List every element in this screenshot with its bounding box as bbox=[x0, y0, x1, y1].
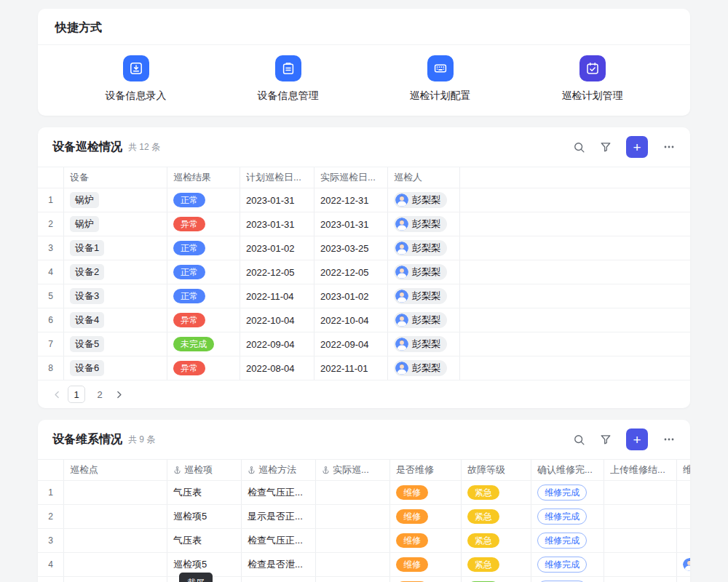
planned-date-cell[interactable]: 2022-11-04 bbox=[240, 284, 314, 308]
actual-date-cell[interactable]: 2022-10-04 bbox=[314, 308, 388, 332]
confirm-cell[interactable]: 维修完成 bbox=[531, 505, 604, 528]
level-cell[interactable]: 紧急 bbox=[462, 529, 531, 552]
inspection-row[interactable]: 2锅炉异常2023-01-312023-01-31彭梨梨 bbox=[38, 212, 690, 236]
inspection-row[interactable]: 5设备3正常2022-11-042023-01-02彭梨梨 bbox=[38, 284, 690, 308]
point-cell[interactable] bbox=[64, 553, 167, 576]
maintenance-row[interactable]: 2巡检项5显示是否正...维修紧急维修完成 bbox=[38, 505, 690, 529]
inspection-row[interactable]: 1锅炉正常2023-01-312022-12-31彭梨梨 bbox=[38, 188, 690, 212]
repair-cell[interactable]: 维修 bbox=[390, 553, 462, 576]
shortcut-item-3[interactable]: 巡检计划配置 bbox=[364, 55, 516, 103]
actual-inspection-cell[interactable] bbox=[316, 481, 390, 504]
method-cell[interactable]: 检查气压正... bbox=[242, 529, 316, 552]
device-cell[interactable]: 设备6 bbox=[64, 356, 167, 380]
maintenance-row[interactable]: 3气压表检查气压正...维修紧急维修完成 bbox=[38, 529, 690, 553]
upload-cell[interactable] bbox=[604, 505, 677, 528]
confirm-repair-button[interactable]: 维修完成 bbox=[537, 557, 587, 573]
shortcut-item-2[interactable]: 设备信息管理 bbox=[212, 55, 364, 103]
planned-date-cell[interactable]: 2023-01-31 bbox=[240, 188, 314, 212]
device-cell[interactable]: 设备4 bbox=[64, 308, 167, 332]
add-record-button[interactable]: + bbox=[626, 136, 648, 158]
maintenance-row[interactable]: 1气压表检查气压正...维修紧急维修完成 bbox=[38, 481, 690, 505]
result-cell[interactable]: 异常 bbox=[167, 356, 240, 380]
device-cell[interactable]: 锅炉 bbox=[64, 188, 167, 212]
more-icon[interactable] bbox=[662, 140, 676, 154]
worker-cell[interactable] bbox=[677, 505, 690, 528]
item-cell[interactable]: 气压表 bbox=[167, 529, 242, 552]
inspection-row[interactable]: 8设备6异常2022-08-042022-11-01彭梨梨 bbox=[38, 356, 690, 380]
planned-date-cell[interactable]: 2022-09-04 bbox=[240, 332, 314, 356]
repair-cell[interactable]: 维修 bbox=[390, 505, 462, 528]
page-button-1[interactable]: 1 bbox=[68, 386, 85, 403]
device-cell[interactable]: 设备1 bbox=[64, 236, 167, 260]
confirm-repair-button[interactable]: 维修完成 bbox=[537, 533, 587, 549]
more-icon[interactable] bbox=[662, 433, 676, 446]
inspection-row[interactable]: 3设备1正常2023-01-022023-03-25彭梨梨 bbox=[38, 236, 690, 260]
confirm-cell[interactable]: 维修完成 bbox=[531, 481, 604, 504]
point-cell[interactable] bbox=[64, 529, 167, 552]
inspection-row[interactable]: 4设备2正常2022-12-052022-12-05彭梨梨 bbox=[38, 260, 690, 284]
actual-inspection-cell[interactable] bbox=[316, 505, 390, 528]
confirm-repair-button[interactable]: 维修完成 bbox=[537, 509, 587, 525]
maintenance-row[interactable]: 4巡检项5检查是否泄...维修紧急维修完成 bbox=[38, 553, 690, 577]
maintenance-row[interactable]: 5巡检项5显示是否正...维修一般维修完成 bbox=[38, 577, 690, 582]
inspection-row[interactable]: 7设备5未完成2022-09-042022-09-04彭梨梨 bbox=[38, 332, 690, 356]
result-cell[interactable]: 异常 bbox=[167, 212, 240, 236]
screenshot-overlay[interactable]: 截屏 bbox=[179, 573, 213, 582]
inspector-cell[interactable]: 彭梨梨 bbox=[388, 284, 460, 308]
search-icon[interactable] bbox=[573, 434, 585, 446]
result-cell[interactable]: 正常 bbox=[167, 188, 240, 212]
device-cell[interactable]: 锅炉 bbox=[64, 212, 167, 236]
actual-date-cell[interactable]: 2023-03-25 bbox=[314, 236, 388, 260]
result-cell[interactable]: 正常 bbox=[167, 284, 240, 308]
method-cell[interactable]: 显示是否正... bbox=[242, 505, 316, 528]
planned-date-cell[interactable]: 2022-10-04 bbox=[240, 308, 314, 332]
point-cell[interactable] bbox=[64, 505, 167, 528]
level-cell[interactable]: 紧急 bbox=[462, 553, 531, 576]
device-cell[interactable]: 设备5 bbox=[64, 332, 167, 356]
result-cell[interactable]: 未完成 bbox=[167, 332, 240, 356]
inspector-cell[interactable]: 彭梨梨 bbox=[388, 236, 460, 260]
method-cell[interactable]: 检查气压正... bbox=[242, 481, 316, 504]
actual-date-cell[interactable]: 2022-12-05 bbox=[314, 260, 388, 284]
inspector-cell[interactable]: 彭梨梨 bbox=[388, 332, 460, 356]
level-cell[interactable]: 一般 bbox=[462, 577, 531, 582]
worker-cell[interactable] bbox=[677, 553, 690, 576]
result-cell[interactable]: 正常 bbox=[167, 260, 240, 284]
result-cell[interactable]: 异常 bbox=[167, 308, 240, 332]
filter-icon[interactable] bbox=[600, 434, 612, 445]
planned-date-cell[interactable]: 2022-08-04 bbox=[240, 356, 314, 380]
repair-cell[interactable]: 维修 bbox=[390, 481, 462, 504]
confirm-repair-button[interactable]: 维修完成 bbox=[537, 485, 587, 501]
planned-date-cell[interactable]: 2023-01-31 bbox=[240, 212, 314, 236]
planned-date-cell[interactable]: 2022-12-05 bbox=[240, 260, 314, 284]
actual-inspection-cell[interactable] bbox=[316, 553, 390, 576]
upload-cell[interactable] bbox=[604, 529, 677, 552]
actual-date-cell[interactable]: 2022-09-04 bbox=[314, 332, 388, 356]
inspector-cell[interactable]: 彭梨梨 bbox=[388, 308, 460, 332]
upload-cell[interactable] bbox=[604, 553, 677, 576]
shortcut-item-1[interactable]: 设备信息录入 bbox=[60, 55, 212, 103]
confirm-cell[interactable]: 维修完成 bbox=[531, 553, 604, 576]
item-cell[interactable]: 气压表 bbox=[167, 481, 242, 504]
inspection-row[interactable]: 6设备4异常2022-10-042022-10-04彭梨梨 bbox=[38, 308, 690, 332]
device-cell[interactable]: 设备3 bbox=[64, 284, 167, 308]
device-cell[interactable]: 设备2 bbox=[64, 260, 167, 284]
inspector-cell[interactable]: 彭梨梨 bbox=[388, 212, 460, 236]
upload-cell[interactable] bbox=[604, 481, 677, 504]
worker-cell[interactable] bbox=[677, 529, 690, 552]
upload-cell[interactable] bbox=[604, 577, 677, 582]
level-cell[interactable]: 紧急 bbox=[462, 481, 531, 504]
item-cell[interactable]: 巡检项5 bbox=[167, 505, 242, 528]
result-cell[interactable]: 正常 bbox=[167, 236, 240, 260]
inspector-cell[interactable]: 彭梨梨 bbox=[388, 260, 460, 284]
filter-icon[interactable] bbox=[600, 141, 612, 153]
page-button-2[interactable]: 2 bbox=[91, 386, 108, 403]
prev-page-button[interactable] bbox=[52, 390, 62, 399]
inspector-cell[interactable]: 彭梨梨 bbox=[388, 356, 460, 380]
actual-inspection-cell[interactable] bbox=[316, 529, 390, 552]
point-cell[interactable] bbox=[64, 577, 167, 582]
level-cell[interactable]: 紧急 bbox=[462, 505, 531, 528]
confirm-cell[interactable]: 维修完成 bbox=[531, 577, 604, 582]
repair-cell[interactable]: 维修 bbox=[390, 529, 462, 552]
inspector-cell[interactable]: 彭梨梨 bbox=[388, 188, 460, 212]
